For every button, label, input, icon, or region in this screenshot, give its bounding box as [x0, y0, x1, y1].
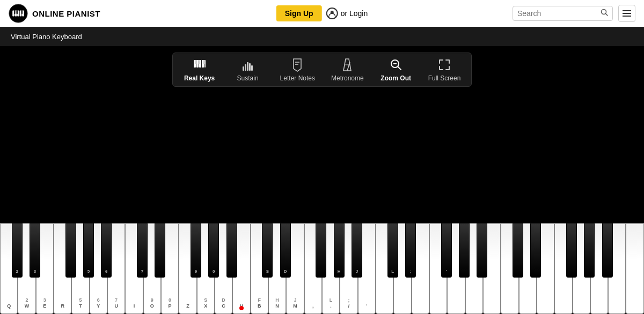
white-key-label-12: DC — [222, 297, 225, 309]
black-key-0-3[interactable]: 5 — [83, 223, 94, 278]
red-dot-indicator — [239, 306, 244, 310]
black-key-label-0-4: 6 — [105, 269, 107, 274]
metronome-label: Metronome — [331, 74, 364, 82]
black-key-3-1[interactable]: ; — [405, 223, 416, 278]
black-key-0-0[interactable]: 2 — [12, 223, 23, 278]
search-icon — [601, 9, 608, 18]
black-key-label-1-0: 7 — [141, 269, 143, 274]
subheader: Virtual Piano Keyboard — [0, 27, 644, 46]
black-key-label-2-1: D — [284, 269, 287, 274]
black-key-label-0-0: 2 — [16, 269, 18, 274]
black-key-label-0-3: 5 — [87, 269, 90, 274]
control-real-keys[interactable]: Real Keys — [184, 57, 216, 82]
svg-rect-22 — [247, 62, 248, 71]
black-key-3-3[interactable] — [459, 223, 470, 278]
search-box[interactable] — [513, 6, 613, 21]
full-screen-label: Full Screen — [428, 74, 461, 82]
svg-rect-21 — [245, 64, 246, 71]
svg-line-11 — [606, 14, 608, 16]
letter-notes-icon — [291, 57, 303, 72]
white-key-label-6: 7U — [114, 297, 118, 309]
black-key-0-4[interactable]: 6 — [101, 223, 112, 278]
control-letter-notes[interactable]: Letter Notes — [280, 57, 315, 82]
white-key-label-5: 6Y — [97, 297, 100, 309]
white-key-label-16: JM — [293, 297, 297, 309]
logo-icon — [9, 4, 28, 23]
real-keys-icon — [193, 57, 207, 72]
black-key-2-2[interactable] — [316, 223, 326, 278]
sustain-icon — [241, 57, 255, 72]
white-key-label-18: L. — [330, 297, 333, 309]
white-key-label-8: 9O — [150, 297, 154, 309]
black-key-0-2[interactable] — [65, 223, 76, 278]
control-metronome[interactable]: Metronome — [331, 57, 364, 82]
black-key-label-2-4: J — [356, 269, 358, 274]
black-key-2-0[interactable]: S — [262, 223, 273, 278]
white-key-35[interactable] — [626, 223, 643, 314]
logo-text: ONLINE PIANIST — [32, 9, 100, 18]
white-key-label-11: SX — [204, 297, 207, 309]
piano-area: Real Keys Sustain — [0, 46, 644, 314]
control-full-screen[interactable]: Full Screen — [428, 57, 461, 82]
zoom-out-label: Zoom Out — [380, 74, 411, 82]
white-key-label-2: 3E — [43, 297, 46, 309]
black-key-4-4[interactable] — [602, 223, 613, 278]
black-key-3-0[interactable]: L — [387, 223, 398, 278]
black-key-0-1[interactable]: 3 — [30, 223, 40, 278]
black-key-3-4[interactable] — [477, 223, 487, 278]
piano-keyboard: Q2W3ER5T6Y7UI9O0PZSXDCVFBHNJM,L.;/'23567… — [0, 223, 644, 314]
svg-rect-17 — [195, 60, 197, 64]
black-key-2-1[interactable]: D — [280, 223, 291, 278]
white-key-label-3: R — [61, 303, 64, 309]
white-key-label-10: Z — [186, 303, 189, 309]
hamburger-line-2 — [623, 13, 631, 14]
black-key-4-1[interactable] — [530, 223, 541, 278]
white-key-label-9: 0P — [169, 297, 172, 309]
black-key-label-1-3: 0 — [213, 269, 215, 274]
white-key-label-15: HN — [275, 297, 279, 309]
controls-toolbar: Real Keys Sustain — [172, 53, 472, 87]
white-key-label-4: 5T — [79, 297, 82, 309]
real-keys-label: Real Keys — [184, 74, 215, 82]
hamburger-line-3 — [623, 16, 631, 17]
svg-rect-24 — [251, 65, 253, 71]
black-key-label-1-2: 9 — [195, 269, 197, 274]
control-zoom-out[interactable]: Zoom Out — [380, 57, 412, 82]
svg-rect-23 — [249, 63, 251, 71]
svg-rect-7 — [16, 11, 18, 14]
black-key-1-0[interactable]: 7 — [137, 223, 148, 278]
signup-button[interactable]: Sign Up — [276, 5, 322, 21]
black-key-1-2[interactable]: 9 — [191, 223, 201, 278]
black-key-2-4[interactable]: J — [352, 223, 362, 278]
login-label: or Login — [341, 9, 368, 18]
black-key-4-2[interactable] — [566, 223, 577, 278]
svg-rect-19 — [203, 60, 205, 64]
header-right — [513, 5, 635, 22]
svg-line-31 — [398, 67, 401, 70]
white-key-label-0: Q — [7, 303, 11, 309]
black-key-label-3-1: ; — [410, 269, 412, 274]
zoom-out-icon — [390, 57, 402, 72]
black-key-1-4[interactable] — [226, 223, 237, 278]
user-icon — [326, 8, 338, 19]
menu-button[interactable] — [618, 5, 635, 22]
black-key-4-3[interactable] — [584, 223, 595, 278]
white-key-label-7: I — [134, 303, 135, 309]
black-key-4-0[interactable] — [513, 223, 523, 278]
black-key-1-3[interactable]: 0 — [208, 223, 219, 278]
svg-rect-6 — [14, 11, 16, 14]
search-input[interactable] — [517, 9, 598, 18]
header: ONLINE PIANIST Sign Up or Login — [0, 0, 644, 27]
login-area[interactable]: or Login — [326, 8, 368, 19]
control-sustain[interactable]: Sustain — [232, 57, 264, 82]
black-key-label-3-0: L — [391, 269, 394, 274]
black-key-3-2[interactable]: ' — [441, 223, 452, 278]
svg-rect-8 — [21, 11, 23, 14]
full-screen-icon — [438, 57, 451, 72]
black-key-1-1[interactable] — [155, 223, 165, 278]
white-key-label-14: FB — [258, 297, 261, 309]
black-key-label-0-1: 3 — [34, 269, 36, 274]
letter-notes-label: Letter Notes — [280, 74, 315, 82]
white-key-label-17: , — [312, 303, 314, 309]
black-key-2-3[interactable]: H — [334, 223, 345, 278]
